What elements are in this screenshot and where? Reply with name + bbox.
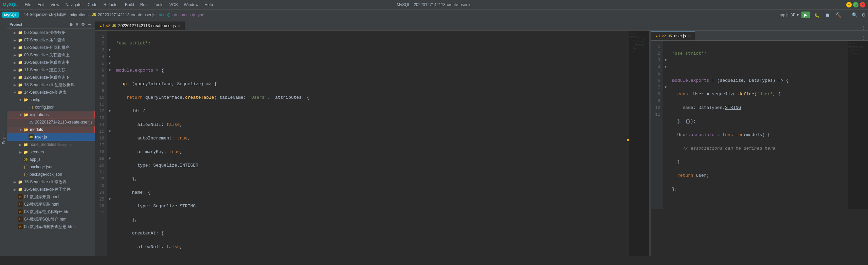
breadcrumb-name[interactable]: ⊕ name bbox=[174, 13, 188, 17]
tab-js-icon-right: JS bbox=[668, 34, 672, 38]
project-side-label: Project bbox=[0, 20, 7, 256]
tree-item-node-modules[interactable]: ▶ 📁 node_modules library root bbox=[7, 141, 95, 148]
menu-vcs[interactable]: VCS bbox=[167, 2, 181, 8]
tree-item-migrations[interactable]: ▼ 📂 migrations bbox=[7, 111, 95, 118]
breadcrumb-file[interactable]: 20220127142113-create-user.js bbox=[98, 13, 155, 17]
tree-item-16[interactable]: ▶ 📁 16-Sequelize-cli-种子文件 bbox=[7, 186, 95, 193]
tree-item-models[interactable]: ▼ 📂 models bbox=[7, 126, 95, 133]
tree-item-10[interactable]: ▶ 📁 10-Sequelize-关联查询中 bbox=[7, 59, 95, 66]
html-icon-h02: H bbox=[18, 202, 23, 207]
tree-item-07[interactable]: ▶ 📁 07-Sequelize-条件查询 bbox=[7, 36, 95, 44]
breadcrumb-type[interactable]: ⊕ type bbox=[192, 13, 204, 17]
tree-item-user-js[interactable]: JS user.js bbox=[7, 133, 95, 141]
ln-12: 12 bbox=[95, 108, 107, 115]
menu-code[interactable]: Code bbox=[85, 2, 100, 8]
close-button[interactable]: ✕ bbox=[860, 2, 865, 7]
menu-run[interactable]: Run bbox=[138, 2, 150, 8]
fold-6[interactable]: ▼ bbox=[107, 67, 112, 74]
tree-item-package-lock[interactable]: { } package-lock.json bbox=[7, 171, 95, 178]
fold-23 bbox=[107, 183, 112, 189]
tree-arrow-12: ▶ bbox=[12, 76, 18, 79]
tree-item-config[interactable]: ▼ 📂 config bbox=[7, 96, 95, 103]
tree-item-seeders[interactable]: ▶ 📁 seeders bbox=[7, 148, 95, 156]
tree-item-create-user[interactable]: JS 20220127142113-create-user.js bbox=[7, 118, 95, 126]
menu-tools[interactable]: Tools bbox=[151, 2, 166, 8]
folder-icon-10: 📁 bbox=[18, 60, 23, 65]
fold-4[interactable]: ▼ bbox=[107, 54, 112, 60]
rfold-2 bbox=[663, 50, 668, 57]
fold-12[interactable]: ▼ bbox=[107, 108, 112, 115]
ln-25: 25 bbox=[95, 196, 107, 203]
tab-close-right[interactable]: ✕ bbox=[688, 34, 691, 38]
menu-edit[interactable]: Edit bbox=[35, 2, 47, 8]
tree-item-09[interactable]: ▶ 📁 09-Sequelize-关联查询上 bbox=[7, 51, 95, 59]
sidebar-settings-icon[interactable]: ⚙ bbox=[80, 22, 86, 27]
run-config-dropdown[interactable]: app.js (4) ▾ bbox=[779, 13, 799, 17]
breadcrumb-migrations[interactable]: migrations bbox=[70, 13, 88, 17]
project-panel: Project ⊕ ≡ ⚙ ─ ▶ 📁 06-Sequelize-操作数据 ▶ … bbox=[7, 20, 95, 256]
left-code-content[interactable]: 'use strict'; module.exports = { up: (qu… bbox=[112, 31, 627, 256]
tab-user-js[interactable]: ▲1 ✕2 JS user.js ✕ bbox=[651, 31, 695, 40]
tree-item-13[interactable]: ▶ 📁 13-Sequelize-cli-创建数据库 bbox=[7, 81, 95, 89]
run-button[interactable]: ▶ bbox=[801, 12, 810, 18]
fold-3[interactable]: ▼ bbox=[107, 47, 112, 54]
breadcrumb-up[interactable]: ⊕ up() bbox=[159, 13, 170, 17]
right-tab-actions-icon[interactable]: ⋮ bbox=[861, 36, 865, 40]
right-editor[interactable]: 1 2 3 4 5 6 7 8 9 10 11 bbox=[651, 41, 868, 256]
tree-item-config-json[interactable]: { } config.json bbox=[7, 103, 95, 111]
tree-label-h02: 02-数据库安装.html bbox=[24, 202, 59, 207]
tree-item-08[interactable]: ▶ 📁 08-Sequelize-分页和排序 bbox=[7, 44, 95, 51]
tree-item-12[interactable]: ▶ 📁 12-Sequelize-关联查询下 bbox=[7, 74, 95, 81]
search-button[interactable]: 🔍 bbox=[852, 12, 857, 18]
menu-view[interactable]: View bbox=[48, 2, 62, 8]
sidebar-close-icon[interactable]: ─ bbox=[87, 22, 92, 27]
fold-14 bbox=[107, 121, 112, 128]
menu-help[interactable]: Help bbox=[202, 2, 216, 8]
tree-item-h04[interactable]: H 04-数据库SQL简介.html bbox=[7, 215, 95, 223]
build-button[interactable]: 🔨 bbox=[834, 12, 843, 18]
tree-item-h02[interactable]: H 02-数据库安装.html bbox=[7, 201, 95, 208]
stop-button[interactable]: ⏹ bbox=[824, 12, 831, 18]
rfold-7[interactable]: ▼ bbox=[663, 84, 668, 91]
left-editor[interactable]: 1 2 3 4 5 6 7 8 9 10 11 12 13 14 bbox=[95, 31, 649, 256]
minimize-button[interactable]: ─ bbox=[846, 2, 852, 7]
sidebar-collapse-icon[interactable]: ≡ bbox=[75, 22, 79, 27]
tab-create-user[interactable]: ▲1 ✕2 JS 20220127142113-create-user.js ✕ bbox=[95, 21, 185, 30]
debug-button[interactable]: 🐛 bbox=[813, 12, 821, 18]
fold-27 bbox=[107, 210, 112, 216]
folder-icon-08: 📁 bbox=[18, 45, 23, 50]
menu-navigate[interactable]: Navigate bbox=[63, 2, 84, 8]
breadcrumb-project[interactable]: 14-Sequelize-cli-创建表 bbox=[24, 12, 66, 18]
code-line-9: primaryKey: true, bbox=[115, 149, 627, 155]
menu-window[interactable]: Window bbox=[181, 2, 201, 8]
fold-5[interactable]: ▼ bbox=[107, 60, 112, 67]
menu-file[interactable]: File bbox=[22, 2, 34, 8]
fold-15[interactable]: ▼ bbox=[107, 128, 112, 135]
folder-icon-15: 📁 bbox=[18, 179, 23, 185]
rfold-4[interactable]: ▼ bbox=[663, 64, 668, 71]
js-icon-app: JS bbox=[23, 157, 29, 162]
right-code-content[interactable]: 'use strict'; module.exports = (sequeliz… bbox=[668, 41, 846, 209]
tree-item-14[interactable]: ▼ 📂 14-Sequelize-cli-创建表 bbox=[7, 89, 95, 96]
tree-item-06[interactable]: ▶ 📁 06-Sequelize-操作数据 bbox=[7, 29, 95, 36]
tree-item-package-json[interactable]: { } package.json bbox=[7, 163, 95, 171]
fold-19[interactable]: ▼ bbox=[107, 155, 112, 162]
ln-3: 3 bbox=[95, 47, 107, 54]
maximize-button[interactable]: □ bbox=[853, 2, 858, 7]
sidebar-locate-icon[interactable]: ⊕ bbox=[68, 22, 74, 27]
settings-button[interactable]: ⚙ bbox=[862, 12, 866, 18]
tree-item-h01[interactable]: H 01-数据库开篇.html bbox=[7, 193, 95, 201]
fold-25[interactable]: ▼ bbox=[107, 196, 112, 203]
ln-5: 5 bbox=[95, 60, 107, 67]
tree-item-app-js[interactable]: JS app.js bbox=[7, 156, 95, 163]
tree-label-06: 06-Sequelize-操作数据 bbox=[24, 30, 66, 36]
tree-item-15[interactable]: ▶ 📁 15-Sequelize-cli-修改表 bbox=[7, 178, 95, 186]
tree-item-h05[interactable]: H 05-数据库增删改查意思.html bbox=[7, 223, 95, 230]
tree-item-h03[interactable]: H 03-数据库链接和断开.html bbox=[7, 208, 95, 215]
rfold-3[interactable]: ▼ bbox=[663, 57, 668, 64]
menu-refactor[interactable]: Refactor bbox=[101, 2, 122, 8]
menu-build[interactable]: Build bbox=[122, 2, 137, 8]
tree-item-11[interactable]: ▶ 📁 11-Sequelize-建立关联 bbox=[7, 66, 95, 74]
tab-actions-icon[interactable]: ⋮ bbox=[861, 25, 865, 30]
tab-close-left[interactable]: ✕ bbox=[178, 24, 181, 28]
